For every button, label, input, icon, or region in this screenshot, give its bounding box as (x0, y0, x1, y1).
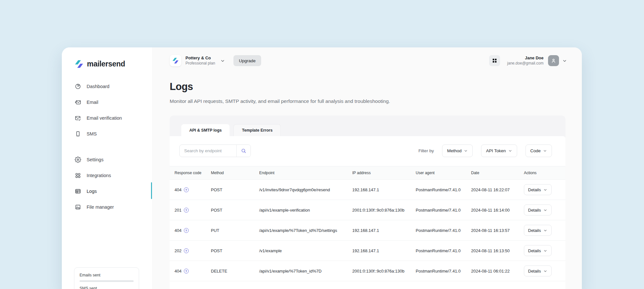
endpoint-cell: /api/v1/example-verification (259, 208, 352, 213)
table-row: 404 ? POST /v1/invites/9dnxr7qvdqg6pm0e/… (170, 180, 565, 200)
response-code: 202 (175, 248, 182, 253)
details-label: Details (528, 228, 541, 233)
user-agent-cell: PostmanRuntime/7.41.0 (416, 269, 471, 274)
search-input[interactable] (180, 145, 236, 157)
logo-wordmark: mailersend (87, 60, 125, 68)
sidebar-item-sms[interactable]: SMS (75, 129, 152, 139)
workspace-chevron-down-icon[interactable] (220, 58, 225, 63)
date-cell: 2024-08-11 16:22:07 (471, 187, 524, 192)
file-manager-icon (75, 204, 81, 210)
col-header-actions: Actions (524, 171, 565, 175)
col-header-response-code: Response code (175, 171, 211, 175)
response-code: 404 (175, 228, 182, 233)
help-circle-icon[interactable]: ? (184, 208, 189, 213)
col-header-user-agent: User agent (416, 171, 471, 175)
apps-grid-button[interactable] (489, 55, 500, 66)
details-button[interactable]: Details (524, 225, 552, 236)
tab-api-smtp-logs[interactable]: API & SMTP logs (181, 124, 230, 136)
chevron-down-icon (464, 149, 468, 153)
sidebar-item-integrations[interactable]: Integrations (75, 171, 152, 180)
ip-cell: 192.168.147.1 (352, 187, 416, 192)
filter-by-label: Filter by (418, 148, 434, 153)
workspace-logo-chip[interactable] (170, 55, 181, 66)
actions-cell: Details (524, 225, 565, 236)
help-circle-icon[interactable]: ? (184, 269, 189, 274)
details-button[interactable]: Details (524, 245, 552, 256)
person-icon (551, 58, 556, 64)
mailersend-bolt-icon (75, 60, 83, 68)
details-button[interactable]: Details (524, 184, 552, 195)
user-name: Jane Doe (507, 55, 544, 61)
sidebar-item-email[interactable]: Email (75, 97, 152, 107)
apps-grid-icon (493, 59, 497, 63)
ip-cell: 192.168.147.1 (352, 248, 416, 253)
sms-sent-label: SMS sent (80, 286, 134, 289)
date-cell: 2024-08-11 06:01:22 (471, 269, 524, 274)
endpoint-cell: /v1/invites/9dnxr7qvdqg6pm0e/resend (259, 187, 352, 192)
user-agent-cell: PostmanRuntime/7.41.0 (416, 248, 471, 253)
tab-template-errors[interactable]: Template Errors (233, 124, 281, 136)
logs-icon (75, 188, 81, 194)
help-circle-icon[interactable]: ? (184, 187, 189, 192)
col-header-endpoint: Endpoint (259, 171, 352, 175)
sidebar-item-settings[interactable]: Settings (75, 155, 152, 164)
sidebar-nav: Dashboard Email Email verification SMS (62, 82, 152, 218)
tab-bar: API & SMTP logs Template Errors (181, 124, 281, 136)
ip-cell: 2001:0:130f::9c0:876a:130b (352, 208, 416, 213)
search-button[interactable] (236, 145, 251, 157)
sidebar-item-file-manager[interactable]: File manager (75, 202, 152, 212)
upgrade-button[interactable]: Upgrade (233, 55, 261, 66)
code-filter-dropdown[interactable]: Code (526, 144, 552, 157)
details-button[interactable]: Details (524, 265, 552, 276)
email-icon (75, 99, 81, 105)
response-code: 404 (175, 269, 182, 274)
workspace-switcher[interactable]: Pottery & Co Professional plan (185, 55, 215, 65)
user-agent-cell: PostmanRuntime/7.41.0 (416, 228, 471, 233)
logs-table: Response code Method Endpoint IP address… (170, 166, 565, 281)
response-code: 404 (175, 187, 182, 192)
api-token-filter-dropdown[interactable]: API Token (481, 144, 517, 157)
user-agent-cell: PostmanRuntime/7.41.0 (416, 187, 471, 192)
search-group (179, 144, 251, 157)
user-menu-chevron-down-icon[interactable] (562, 58, 567, 63)
api-token-filter-label: API Token (486, 148, 506, 153)
sidebar-item-email-verification[interactable]: Email verification (75, 113, 152, 123)
table-row: 201 ? POST /api/v1/example-verification … (170, 200, 565, 220)
response-code-cell: 404 ? (175, 269, 211, 274)
logs-panel-body: Filter by Method API Token Code (170, 136, 565, 289)
details-button[interactable]: Details (524, 204, 552, 215)
sidebar-item-label: Settings (87, 157, 103, 162)
col-header-method: Method (211, 171, 259, 175)
date-cell: 2024-08-11 16:13:57 (471, 228, 524, 233)
user-email: jane.doe@gmail.com (507, 61, 544, 66)
response-code-cell: 404 ? (175, 228, 211, 233)
user-avatar[interactable] (548, 55, 559, 66)
endpoint-cell: /api/v1/example/%7Token_id%7D/settings (259, 228, 352, 233)
help-circle-icon[interactable]: ? (184, 248, 189, 253)
chevron-down-icon (543, 269, 547, 273)
chevron-down-icon (543, 188, 547, 192)
actions-cell: Details (524, 184, 565, 195)
response-code-cell: 202 ? (175, 248, 211, 253)
method-cell: POST (211, 187, 259, 192)
help-circle-icon[interactable]: ? (184, 228, 189, 233)
nav-group-divider (62, 145, 152, 155)
email-verification-icon (75, 115, 81, 121)
method-cell: POST (211, 248, 259, 253)
date-cell: 2024-08-11 16:14:00 (471, 208, 524, 213)
actions-cell: Details (524, 265, 565, 276)
dashboard-icon (75, 83, 81, 90)
settings-icon (75, 156, 81, 163)
endpoint-cell: /api/v1/example/%7Token_id%7D (259, 269, 352, 274)
sidebar-item-label: Email verification (87, 115, 122, 121)
sidebar-item-label: Logs (87, 189, 97, 194)
method-filter-dropdown[interactable]: Method (442, 144, 473, 157)
table-row: 404 ? PUT /api/v1/example/%7Token_id%7D/… (170, 220, 565, 241)
topbar: Pottery & Co Professional plan Upgrade J… (170, 55, 567, 67)
actions-cell: Details (524, 204, 565, 215)
main-content: Pottery & Co Professional plan Upgrade J… (152, 47, 582, 289)
sidebar-item-logs[interactable]: Logs (75, 186, 152, 196)
sidebar-item-dashboard[interactable]: Dashboard (75, 82, 152, 91)
response-code: 201 (175, 208, 182, 213)
details-label: Details (528, 187, 541, 192)
